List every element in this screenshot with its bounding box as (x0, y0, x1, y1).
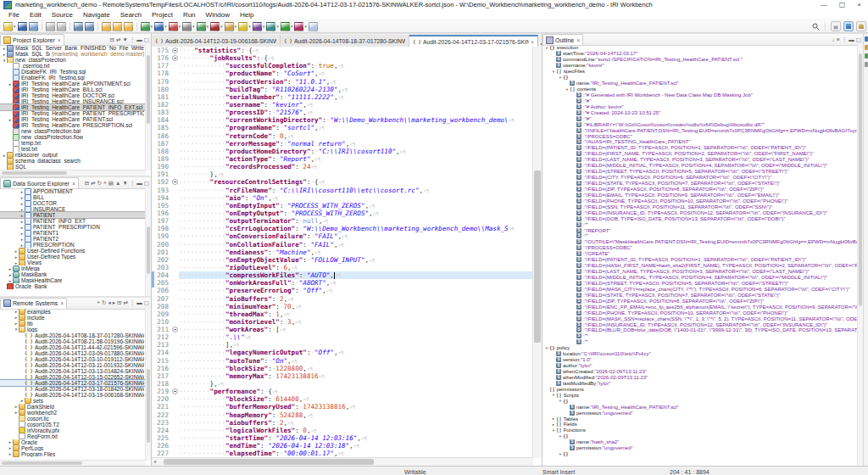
project-explorer-item[interactable]: new_classProtection.flow (0, 134, 146, 140)
fold-marker-icon[interactable] (171, 326, 179, 333)
editor-line[interactable]: 186············"returnCode":·0,¤¶ (152, 132, 533, 140)
editor-line-code[interactable]: ············"heapMemory":·524288,¤¶ (179, 411, 533, 419)
data-source-item[interactable]: ▸PATIENT (0, 212, 146, 218)
outline-item[interactable]: S: "/OUTFILE=\"MaskHealthCare.PATIENT;DS… (542, 239, 858, 245)
line-number[interactable]: 175 (152, 47, 171, 54)
line-number[interactable]: 216 (152, 365, 171, 372)
outline-item[interactable]: S: "" (542, 221, 858, 227)
editor-line-code[interactable]: ············"onConversionFailure":·"FAIL… (179, 232, 533, 240)
outline-item[interactable]: S: "/FIELD=(ZIP, TYPE=ASCII, POSITION=8,… (542, 187, 858, 193)
outline-item[interactable]: Sauthor : "tylor" (542, 363, 858, 369)
new-connection-icon[interactable]: + (97, 300, 100, 305)
menu-edit[interactable]: Edit (25, 11, 47, 19)
outline-item[interactable]: S: "/CREATE" (542, 251, 858, 257)
editor-line[interactable]: 226············"endTime":·"2026-04-14 12… (152, 442, 533, 450)
run-button[interactable]: ▾ (281, 22, 293, 31)
editor-line[interactable]: 200············"onCollationFailure":·"FA… (152, 241, 533, 249)
data-source-item[interactable]: ▸PRESCRIPTION (0, 242, 146, 248)
menu-source[interactable]: Source (47, 11, 78, 19)
line-number[interactable]: 203 (152, 264, 171, 271)
restore-view-icon[interactable] (865, 45, 868, 50)
line-number[interactable]: 207 (152, 295, 171, 303)
line-number[interactable]: 212 (152, 333, 171, 341)
editor-line-code[interactable]: ············"actionType":·"Report",¤¶ (179, 155, 533, 163)
job-wizard-red-button[interactable]: ▾ (169, 22, 181, 31)
line-number[interactable]: 200 (152, 241, 171, 249)
editor-tab[interactable]: { }Audit-2026-04-14T12-03-17-021576-SKIN… (409, 35, 538, 47)
editor-line-code[interactable]: ············"autoTune":·"On",¤¶ (179, 357, 533, 365)
data-source-explorer-tab[interactable]: Data Source Explorer × (0, 177, 79, 188)
close-icon[interactable]: × (58, 37, 61, 43)
link-editor-icon[interactable]: ⇄ (116, 37, 120, 42)
menu-run[interactable]: Run (178, 11, 201, 19)
collapse-all-icon[interactable]: ⊟ (85, 181, 89, 186)
editor-line-code[interactable]: ············"onCollationFailure":·"FAIL"… (179, 241, 533, 249)
editor-line[interactable]: 190············"recordsProcessed":·24¤¶ (152, 163, 533, 170)
line-number[interactable]: 190 (152, 163, 171, 170)
outline-item[interactable]: S: "/FIELD=(INSURANCE_ID, TYPE=ASCII, PO… (542, 321, 858, 327)
outline-item[interactable]: S: "/FIELD=(STATE, TYPE=ASCII, POSITION=… (542, 292, 858, 298)
editor-line-code[interactable]: ············"blockSize":·1228800,¤¶ (179, 365, 533, 372)
outline-item[interactable]: Sname : "IRI_Testing_HealthCare_PATIENT.… (542, 404, 858, 410)
line-number[interactable]: 219 (152, 388, 171, 395)
remote-systems-item[interactable]: { }Audit-2026-04-14T12-03-13-014824-SKIN… (0, 368, 146, 374)
outline-item[interactable]: SlastModifiedBy : "tylor" (542, 380, 858, 386)
line-number[interactable]: 180 (152, 86, 171, 93)
project-explorer-item[interactable]: ▸Mask_SQL_Server_Bank_FINISHED_No_File_W… (0, 45, 146, 51)
maximize-window-button[interactable]: ▢ (839, 1, 846, 8)
remote-systems-item[interactable]: ▸sets (0, 398, 146, 404)
remote-systems-item[interactable]: { }Audit-2026-04-14T12-03-10-019112-SKIN… (0, 356, 146, 362)
editor-line-code[interactable]: ············"onEmptyOutput":·"PROCESS_WI… (179, 210, 533, 217)
line-number[interactable]: 225 (152, 434, 171, 442)
outline-item[interactable]: S: "/FIELD=(INSURANCE_ID, TYPE=ASCII, PO… (542, 210, 858, 215)
editor-vscrollbar[interactable] (532, 47, 542, 458)
close-icon[interactable]: × (72, 181, 75, 187)
editor-line[interactable]: 176········"jobResults":·{¤¶ (152, 54, 533, 62)
editor-line-code[interactable]: ············".\\"¤¶ (179, 333, 533, 341)
data-source-item[interactable]: ▸APPOINTMENT (0, 188, 146, 194)
fold-marker-icon[interactable] (171, 47, 179, 54)
outline-item[interactable]: ▾[]contents (542, 87, 858, 92)
outline-item[interactable]: Susername : "kevinr" (542, 63, 858, 69)
outline-item[interactable]: ▾[]Scripts (542, 392, 858, 398)
editor-line-code[interactable]: ············"returnCode":·0,¤¶ (179, 132, 533, 140)
remote-systems-hscrollbar[interactable] (0, 460, 146, 466)
close-icon[interactable]: × (60, 300, 64, 306)
open-resource-2-button[interactable] (113, 22, 122, 31)
editor-line[interactable]: 189············"actionType":·"Report",¤¶ (152, 155, 533, 163)
outline-item[interactable]: S: "/PROCESS=ODBC" (542, 133, 858, 139)
project-explorer-item[interactable]: ▸riskscorer_output (0, 152, 146, 158)
outline-item[interactable]: ▾{} (542, 451, 858, 457)
editor-line[interactable]: 225············"startTime":·"2026-04-14 … (152, 434, 533, 442)
outline-item[interactable]: ▾[]Functions (542, 428, 858, 433)
menu-project[interactable]: Project (147, 11, 178, 19)
editor-line-code[interactable]: ············"memoryMax":·17423138816¤¶ (179, 372, 533, 380)
close-icon[interactable]: × (576, 37, 580, 43)
forward-icon[interactable]: ▸ (113, 300, 115, 305)
remote-systems-item[interactable]: { }Audit-2026-04-14T11-44-42-021596-SKIN… (0, 344, 146, 350)
maximize-icon[interactable]: ▢ (856, 37, 861, 42)
remote-systems-item[interactable]: { }Audit-2026-04-14T12-03-15-022652-SKIN… (0, 374, 146, 380)
remote-systems-item[interactable]: ▸include (0, 315, 146, 321)
redo-button[interactable] (57, 22, 66, 31)
line-number[interactable]: 221 (152, 403, 171, 411)
line-number[interactable]: 196 (152, 210, 171, 217)
collapse-fold-icon[interactable] (172, 388, 178, 394)
restore-view-icon[interactable] (865, 53, 868, 59)
outline-item[interactable]: S: "/FIELD=(LAST_NAME, TYPE=ASCII, POSIT… (542, 269, 858, 275)
editor-line-code[interactable]: ············"onEmptyObjectValue":·"FOLLO… (179, 256, 533, 264)
line-number[interactable]: 217 (152, 372, 171, 380)
refresh-icon[interactable]: ↻ (102, 300, 106, 305)
line-number[interactable]: 197 (152, 217, 171, 225)
quality-button[interactable]: ▾ (294, 22, 307, 31)
line-number[interactable]: 192 (152, 178, 171, 186)
outline-item[interactable]: S: "/FIELD=(BLUR_DOB=blur_date(DOB, \"14… (542, 327, 858, 333)
data-source-item[interactable]: ▸User-Defined Functions (0, 248, 146, 254)
remote-systems-tab[interactable]: Remote Systems × (0, 298, 67, 309)
dropdown-caret-icon[interactable]: ▾ (207, 24, 209, 29)
project-explorer-item[interactable]: ▸IRI_Testing_HealthCare_PATIENT.scl (0, 116, 146, 122)
maximize-icon[interactable]: ▢ (144, 181, 149, 186)
secondary-perspective-button[interactable] (856, 21, 866, 31)
editor-line-code[interactable]: ············"workAreas":·[¤¶ (179, 326, 533, 333)
project-explorer-item[interactable]: .cserrlog.txt (0, 63, 146, 69)
